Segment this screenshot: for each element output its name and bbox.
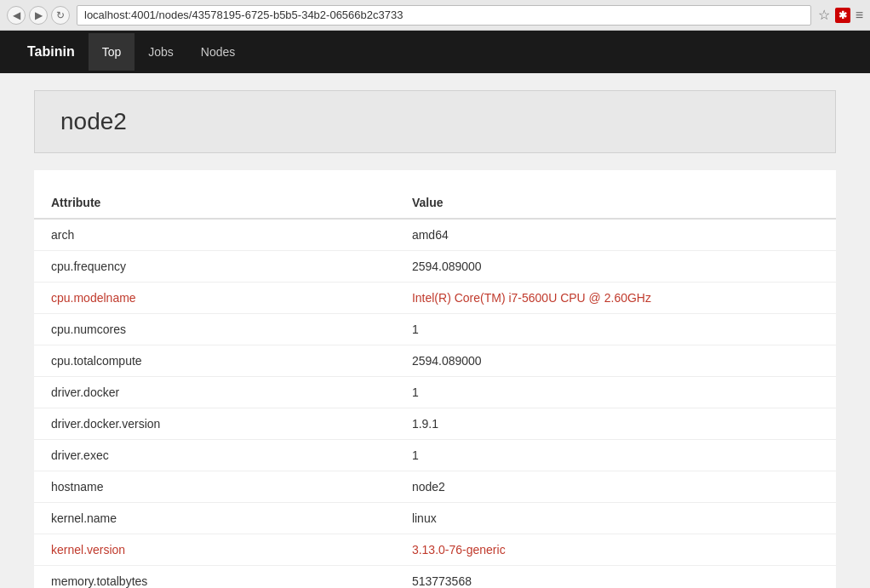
value-link[interactable]: 3.13.0-76-generic — [412, 543, 506, 557]
table-row: cpu.totalcompute2594.089000 — [34, 345, 836, 377]
cell-attribute: cpu.frequency — [34, 251, 395, 283]
nav-buttons: ◀ ▶ ↻ — [7, 6, 70, 25]
table-row: hostnamenode2 — [34, 471, 836, 503]
cell-value: 2594.089000 — [395, 251, 836, 283]
browser-chrome: ◀ ▶ ↻ ☆ ✱ ≡ — [0, 0, 870, 31]
cell-value: 1 — [395, 440, 836, 471]
star-button[interactable]: ☆ — [818, 7, 830, 23]
table-row: kernel.namelinux — [34, 503, 836, 534]
table-header: Attribute Value — [34, 187, 836, 219]
table-row: kernel.version3.13.0-76-generic — [34, 534, 836, 566]
table-row: cpu.frequency2594.089000 — [34, 251, 836, 283]
nav-brand[interactable]: Tabinin — [14, 32, 89, 71]
cell-attribute: cpu.totalcompute — [34, 345, 395, 377]
table-body: archamd64cpu.frequency2594.089000cpu.mod… — [34, 219, 836, 588]
cell-attribute: hostname — [34, 471, 395, 503]
browser-actions: ☆ ✱ ≡ — [818, 7, 863, 23]
cell-value: 1 — [395, 377, 836, 408]
page-header: node2 — [34, 90, 836, 153]
forward-button[interactable]: ▶ — [29, 6, 48, 25]
cell-value: 2594.089000 — [395, 345, 836, 377]
table-row: cpu.modelnameIntel(R) Core(TM) i7-5600U … — [34, 283, 836, 314]
page-title: node2 — [60, 108, 810, 135]
cell-attribute: kernel.version — [34, 534, 395, 566]
cell-value: 3.13.0-76-generic — [395, 534, 836, 566]
attribute-link[interactable]: kernel.version — [51, 543, 125, 557]
nav-link-nodes[interactable]: Nodes — [187, 33, 249, 71]
value-link[interactable]: Intel(R) Core(TM) i7-5600U CPU @ 2.60GHz — [412, 291, 651, 305]
cell-attribute: kernel.name — [34, 503, 395, 534]
cell-value: amd64 — [395, 219, 836, 251]
table-row: driver.docker.version1.9.1 — [34, 408, 836, 440]
col-header-attribute: Attribute — [34, 187, 395, 219]
navbar: Tabinin Top Jobs Nodes — [0, 31, 870, 73]
table-row: cpu.numcores1 — [34, 314, 836, 345]
cell-value: Intel(R) Core(TM) i7-5600U CPU @ 2.60GHz — [395, 283, 836, 314]
address-bar[interactable] — [77, 5, 811, 26]
cell-attribute: arch — [34, 219, 395, 251]
cell-attribute: memory.totalbytes — [34, 566, 395, 589]
cell-value: 1.9.1 — [395, 408, 836, 440]
cell-value: 513773568 — [395, 566, 836, 589]
page-wrapper: node2 Attribute Value archamd64cpu.frequ… — [0, 90, 870, 588]
cell-attribute: driver.docker.version — [34, 408, 395, 440]
back-button[interactable]: ◀ — [7, 6, 26, 25]
cell-attribute: cpu.modelname — [34, 283, 395, 314]
nav-link-top[interactable]: Top — [89, 33, 135, 71]
menu-button[interactable]: ≡ — [856, 8, 863, 23]
attributes-table: Attribute Value archamd64cpu.frequency25… — [34, 187, 836, 588]
cell-value: linux — [395, 503, 836, 534]
reload-button[interactable]: ↻ — [51, 6, 70, 25]
extension-button[interactable]: ✱ — [835, 8, 850, 23]
table-header-row: Attribute Value — [34, 187, 836, 219]
col-header-value: Value — [395, 187, 836, 219]
table-row: driver.docker1 — [34, 377, 836, 408]
cell-attribute: cpu.numcores — [34, 314, 395, 345]
cell-attribute: driver.docker — [34, 377, 395, 408]
nav-link-jobs[interactable]: Jobs — [135, 33, 187, 71]
main-content: Attribute Value archamd64cpu.frequency25… — [34, 170, 836, 588]
cell-attribute: driver.exec — [34, 440, 395, 471]
table-row: driver.exec1 — [34, 440, 836, 471]
attribute-link[interactable]: cpu.modelname — [51, 291, 136, 305]
table-row: archamd64 — [34, 219, 836, 251]
cell-value: node2 — [395, 471, 836, 503]
cell-value: 1 — [395, 314, 836, 345]
table-row: memory.totalbytes513773568 — [34, 566, 836, 589]
